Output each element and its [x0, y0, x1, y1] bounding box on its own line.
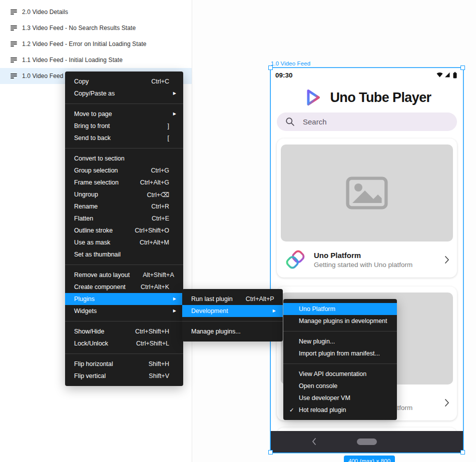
menu-divider: [65, 354, 183, 354]
layer-row-1-2-video-feed-error-on-initial-loading-state[interactable]: 1.2 Video Feed - Error on Initial Loadin…: [0, 36, 192, 52]
menu-item-plugins[interactable]: Plugins ▶: [65, 293, 183, 305]
menu-divider: [65, 148, 183, 148]
menu-item-view-api-documentation[interactable]: View API documentation: [283, 368, 397, 380]
frame-layer-icon: [11, 58, 17, 62]
menu-item-label: Use as mask: [74, 239, 127, 246]
selection-handle-top-left[interactable]: [268, 66, 273, 70]
menu-item-flip-vertical[interactable]: Flip vertical Shift+V: [65, 370, 183, 382]
menu-item-label: Uno Platform: [299, 306, 370, 312]
uno-platform-logo-icon: [284, 248, 306, 270]
menu-item-label: Copy: [74, 78, 138, 85]
menu-divider: [65, 264, 183, 265]
back-chevron-icon[interactable]: [312, 438, 316, 446]
menu-item-label: Group selection: [74, 167, 138, 174]
frame-layer-icon: [11, 10, 17, 14]
selection-handle-top-right[interactable]: [460, 66, 465, 70]
menu-item-label: Remove auto layout: [74, 272, 130, 278]
menu-item-label: Move to page: [74, 110, 153, 118]
menu-item-uno-platform[interactable]: Uno Platform: [283, 303, 397, 315]
menu-item-shortcut: Ctrl+G: [151, 167, 169, 174]
menu-item-label: Development: [191, 308, 253, 314]
development-submenu: Uno Platform Manage plugins in developme…: [283, 299, 397, 420]
menu-item-label: Manage plugins in development: [299, 318, 387, 324]
selection-handle-bottom-left[interactable]: [268, 450, 273, 454]
menu-item-label: Ungroup: [74, 191, 134, 198]
menu-item-copy-paste-as[interactable]: Copy/Paste as ▶: [65, 88, 183, 100]
menu-item-use-as-mask[interactable]: Use as mask Ctrl+Alt+M: [65, 236, 183, 248]
menu-item-label: Convert to section: [74, 155, 156, 162]
menu-item-hot-reload-plugin[interactable]: ✓ Hot reload plugin: [283, 404, 397, 416]
menu-item-flatten[interactable]: Flatten Ctrl+E: [65, 212, 183, 224]
frame-layer-icon: [11, 26, 17, 30]
menu-item-group-selection[interactable]: Group selection Ctrl+G: [65, 164, 183, 176]
menu-item-label: Outline stroke: [74, 227, 122, 234]
menu-item-send-to-back[interactable]: Send to back [: [65, 132, 183, 144]
layer-label: 1.0 Video Feed: [22, 72, 64, 80]
home-indicator-pill[interactable]: [357, 438, 377, 445]
frame-title-label[interactable]: 1.0 Video Feed: [271, 60, 310, 66]
menu-item-development[interactable]: Development ▶: [182, 305, 283, 317]
menu-item-new-plugin[interactable]: New plugin...: [283, 336, 397, 348]
android-nav-bar[interactable]: [271, 431, 463, 452]
layer-label: 1.3 Video Feed - No Search Results State: [22, 24, 136, 32]
menu-divider: [65, 321, 183, 322]
menu-item-label: Show/Hide: [74, 328, 122, 335]
menu-item-import-plugin-from-manifest[interactable]: Import plugin from manifest...: [283, 348, 397, 360]
menu-item-bring-to-front[interactable]: Bring to front ]: [65, 120, 183, 132]
menu-item-label: Flatten: [74, 215, 139, 222]
menu-item-shortcut: Ctrl+E: [152, 215, 169, 222]
image-placeholder-icon: [346, 176, 388, 210]
menu-item-show-hide[interactable]: Show/Hide Ctrl+Shift+H: [65, 326, 183, 338]
menu-divider: [283, 364, 397, 364]
menu-item-outline-stroke[interactable]: Outline stroke Ctrl+Shift+O: [65, 224, 183, 236]
submenu-arrow-icon: ▶: [173, 309, 176, 313]
layer-row-2-0-video-details[interactable]: 2.0 Video Details: [0, 4, 192, 20]
plugins-submenu: Run last plugin Ctrl+Alt+P Development ▶…: [182, 289, 283, 342]
menu-divider: [65, 104, 183, 104]
selection-handle-bottom-right[interactable]: [460, 450, 465, 454]
menu-item-label: Use developer VM: [299, 394, 370, 402]
chevron-right-icon[interactable]: [444, 398, 449, 407]
submenu-arrow-icon: ▶: [173, 297, 176, 301]
menu-item-convert-to-section[interactable]: Convert to section: [65, 152, 183, 164]
card-subtitle: Getting started with Uno platform: [314, 261, 412, 268]
menu-item-label: Plugins: [74, 296, 153, 302]
chevron-right-icon[interactable]: [444, 256, 449, 264]
menu-item-label: New plugin...: [299, 338, 370, 345]
menu-item-label: Run last plugin: [191, 296, 233, 302]
frame-layer-icon: [11, 42, 17, 46]
menu-item-shortcut: Ctrl+Alt+K: [141, 284, 169, 290]
card-title: Uno Platform: [314, 251, 412, 260]
menu-item-move-to-page[interactable]: Move to page ▶: [65, 108, 183, 120]
menu-item-label: View API documentation: [299, 370, 370, 378]
video-card[interactable]: Uno Platform Getting started with Uno pl…: [277, 138, 457, 278]
menu-item-copy[interactable]: Copy Ctrl+C: [65, 76, 183, 88]
submenu-arrow-icon: ▶: [173, 92, 176, 96]
menu-item-frame-selection[interactable]: Frame selection Ctrl+Alt+G: [65, 176, 183, 188]
menu-item-manage-plugins[interactable]: Manage plugins...: [182, 326, 283, 338]
menu-item-shortcut: Ctrl+Alt+M: [140, 239, 169, 246]
menu-item-rename[interactable]: Rename Ctrl+R: [65, 200, 183, 212]
menu-divider: [182, 321, 283, 322]
layer-row-1-3-video-feed-no-search-results-state[interactable]: 1.3 Video Feed - No Search Results State: [0, 20, 192, 36]
menu-item-label: Flip horizontal: [74, 360, 136, 368]
menu-item-manage-plugins-in-development[interactable]: Manage plugins in development: [283, 315, 397, 327]
layer-row-1-1-video-feed-initial-loading-state[interactable]: 1.1 Video Feed - Initial Loading State: [0, 52, 192, 68]
menu-item-label: Widgets: [74, 308, 153, 314]
card-info-row: Uno Platform Getting started with Uno pl…: [277, 242, 457, 278]
menu-item-open-console[interactable]: Open console: [283, 380, 397, 392]
menu-item-run-last-plugin[interactable]: Run last plugin Ctrl+Alt+P: [182, 293, 283, 305]
menu-item-set-as-thumbnail[interactable]: Set as thumbnail: [65, 248, 183, 260]
menu-item-ungroup[interactable]: Ungroup Ctrl+⌫: [65, 188, 183, 200]
menu-item-shortcut: ]: [168, 122, 169, 130]
menu-item-label: Open console: [299, 382, 370, 390]
menu-item-label: Flip vertical: [74, 372, 136, 380]
menu-item-label: Create component: [74, 284, 128, 290]
menu-item-create-component[interactable]: Create component Ctrl+Alt+K: [65, 281, 183, 293]
menu-item-shortcut: Shift+V: [149, 372, 169, 380]
menu-item-lock-unlock[interactable]: Lock/Unlock Ctrl+Shift+L: [65, 338, 183, 350]
menu-item-use-developer-vm[interactable]: Use developer VM: [283, 392, 397, 404]
menu-item-widgets[interactable]: Widgets ▶: [65, 305, 183, 317]
menu-item-remove-auto-layout[interactable]: Remove auto layout Alt+Shift+A: [65, 269, 183, 281]
menu-item-flip-horizontal[interactable]: Flip horizontal Shift+H: [65, 358, 183, 370]
